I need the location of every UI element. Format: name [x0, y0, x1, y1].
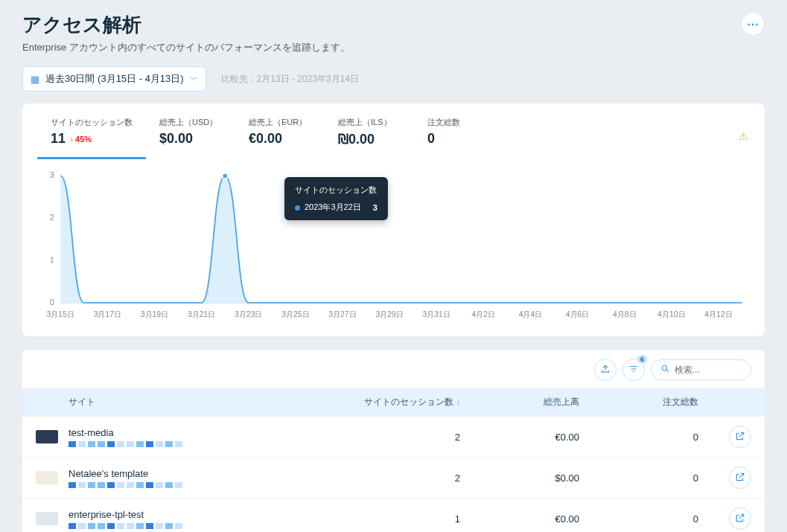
svg-point-21 [662, 365, 667, 371]
kpi-delta: 45% [70, 135, 92, 144]
kpi-tabs: サイトのセッション数 11 45% 総売上（USD） $0.00 総売上（EUR… [22, 103, 765, 159]
warning-icon: ⚠ [739, 130, 748, 142]
kpi-value: 0 [427, 131, 490, 147]
orders-value: 0 [579, 513, 698, 525]
site-sparkline [68, 441, 319, 447]
kpi-value: €0.00 [249, 131, 311, 147]
chevron-down-icon: ﹀ [190, 74, 198, 85]
open-site-button[interactable] [729, 467, 751, 489]
search-icon [660, 364, 670, 376]
tooltip-title: サイトのセッション数 [295, 185, 377, 196]
svg-text:4月6日: 4月6日 [566, 310, 590, 318]
filter-count-badge: 6 [637, 355, 647, 364]
tooltip-value: 3 [373, 203, 377, 212]
svg-text:3月29日: 3月29日 [375, 310, 403, 318]
orders-value: 0 [579, 432, 698, 443]
kpi-sessions[interactable]: サイトのセッション数 11 45% [37, 114, 146, 159]
kpi-label: 総売上（USD） [159, 117, 222, 128]
sites-table-panel: 6 サイト サイトのセッション数 ↓ 総売上高 注文総数 test-media [22, 350, 765, 532]
kpi-ils[interactable]: 総売上（ILS） ₪0.00 [325, 114, 414, 159]
table-row[interactable]: Netalee's template 2 $0.00 0 [22, 457, 765, 498]
kpi-value-number: 11 [51, 131, 66, 147]
kpi-label: サイトのセッション数 [51, 117, 133, 128]
svg-text:1: 1 [50, 256, 54, 264]
export-button[interactable] [594, 359, 616, 381]
sessions-value: 2 [455, 472, 460, 484]
search-input[interactable] [675, 365, 742, 375]
svg-text:3月15日: 3月15日 [47, 310, 74, 318]
svg-text:3月31日: 3月31日 [423, 310, 450, 318]
more-actions-button[interactable]: ⋯ [741, 12, 765, 36]
page-title: アクセス解析 [22, 12, 350, 38]
svg-point-5 [223, 173, 228, 179]
svg-text:4月10日: 4月10日 [657, 310, 685, 318]
svg-text:4月4日: 4月4日 [519, 310, 543, 318]
revenue-value: $0.00 [460, 472, 579, 484]
chart-tooltip: サイトのセッション数 2023年3月22日 3 [284, 177, 388, 220]
svg-text:4月2日: 4月2日 [472, 310, 496, 318]
filter-button[interactable]: 6 [622, 359, 645, 381]
filter-icon [628, 364, 639, 376]
page-subtitle: Enterprise アカウント内のすべてのサイトのパフォーマンスを追跡します。 [22, 41, 350, 54]
tooltip-date: 2023年3月22日 [305, 202, 361, 211]
kpi-value: ₪0.00 [338, 131, 401, 147]
svg-text:3: 3 [50, 171, 54, 179]
calendar-icon: ▦ [31, 74, 39, 85]
site-name: test-media [68, 427, 319, 438]
open-site-button[interactable] [729, 507, 751, 530]
kpi-value: $0.00 [159, 131, 222, 147]
ellipsis-icon: ⋯ [747, 17, 759, 31]
svg-text:2: 2 [50, 214, 54, 222]
site-name: enterprise-tpl-test [68, 509, 319, 520]
date-range-label: 過去30日間 (3月15日 - 4月13日) [45, 72, 184, 86]
table-body: test-media 2 €0.00 0 Netalee's t [22, 416, 765, 532]
external-link-icon [735, 513, 745, 525]
series-dot-icon [295, 205, 300, 211]
date-range-selector[interactable]: ▦ 過去30日間 (3月15日 - 4月13日) ﹀ [22, 66, 206, 92]
sessions-value: 1 [455, 513, 460, 525]
table-row[interactable]: enterprise-tpl-test 1 €0.00 0 [22, 498, 765, 532]
kpi-label: 注文総数 [427, 117, 490, 128]
site-sparkline [68, 523, 319, 529]
kpi-usd[interactable]: 総売上（USD） $0.00 [146, 114, 235, 159]
kpi-label: 総売上（EUR） [249, 117, 311, 128]
col-orders[interactable]: 注文総数 [579, 396, 698, 408]
compare-label: 比較先：2月13日 - 2023年3月14日 [221, 73, 359, 86]
col-site[interactable]: サイト [36, 396, 319, 408]
sessions-chart[interactable]: 01233月15日3月17日3月19日3月21日3月23日3月25日3月27日3… [37, 170, 750, 324]
external-link-icon [735, 431, 745, 443]
svg-text:3月27日: 3月27日 [328, 310, 356, 318]
col-sessions-label: サイトのセッション数 [364, 396, 453, 408]
revenue-value: €0.00 [460, 432, 579, 443]
kpi-chart-panel: ⚠ サイトのセッション数 11 45% 総売上（USD） $0.00 総売上（E… [22, 103, 765, 336]
table-header: サイト サイトのセッション数 ↓ 総売上高 注文総数 [22, 388, 765, 416]
svg-text:3月19日: 3月19日 [141, 310, 168, 318]
site-thumbnail [36, 430, 58, 443]
site-thumbnail [36, 471, 58, 484]
svg-text:0: 0 [50, 298, 54, 307]
svg-text:4月12日: 4月12日 [704, 310, 732, 318]
kpi-eur[interactable]: 総売上（EUR） €0.00 [235, 114, 325, 159]
svg-text:3月17日: 3月17日 [94, 310, 121, 318]
svg-text:3月25日: 3月25日 [281, 310, 309, 318]
kpi-orders[interactable]: 注文総数 0 [414, 114, 503, 159]
svg-text:4月8日: 4月8日 [613, 310, 637, 318]
open-site-button[interactable] [729, 426, 751, 448]
revenue-value: €0.00 [460, 513, 579, 525]
svg-text:3月23日: 3月23日 [235, 310, 262, 318]
external-link-icon [735, 472, 745, 484]
sessions-value: 2 [455, 432, 460, 443]
site-name: Netalee's template [68, 468, 319, 479]
orders-value: 0 [579, 472, 698, 484]
site-thumbnail [36, 512, 58, 525]
table-row[interactable]: test-media 2 €0.00 0 [22, 416, 765, 457]
kpi-value: 11 45% [51, 131, 133, 147]
export-icon [600, 364, 611, 376]
col-sessions[interactable]: サイトのセッション数 ↓ [319, 396, 460, 408]
kpi-label: 総売上（ILS） [338, 117, 401, 128]
col-revenue[interactable]: 総売上高 [460, 396, 579, 408]
site-sparkline [68, 482, 319, 488]
search-field[interactable] [651, 359, 751, 380]
svg-text:3月21日: 3月21日 [188, 310, 215, 318]
